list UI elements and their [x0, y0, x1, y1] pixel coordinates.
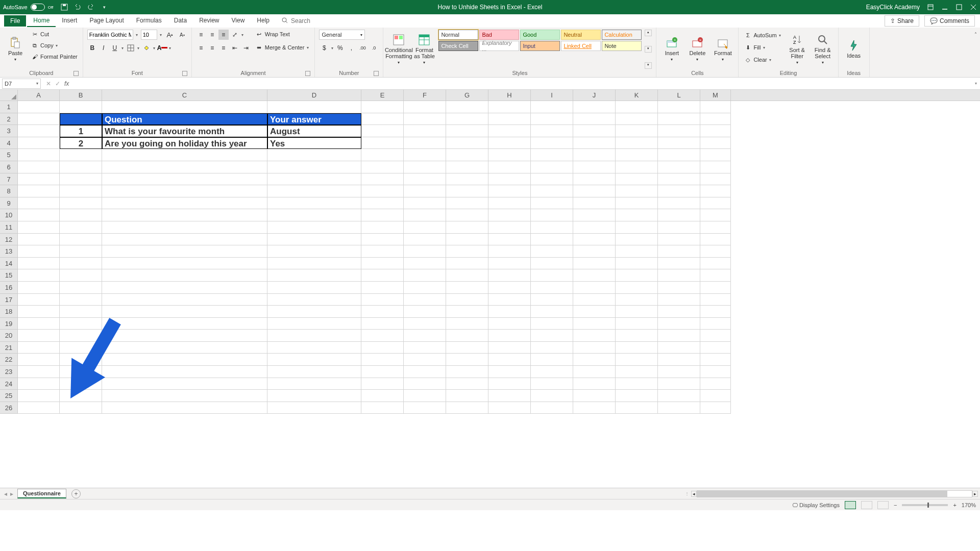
cell[interactable] — [573, 318, 616, 330]
row-header[interactable]: 4 — [0, 137, 18, 149]
cell[interactable] — [60, 234, 102, 246]
cell[interactable] — [446, 185, 488, 197]
row-header[interactable]: 17 — [0, 294, 18, 306]
dialog-launcher-icon[interactable] — [305, 71, 310, 76]
cell[interactable] — [404, 306, 446, 318]
cell[interactable] — [658, 294, 700, 306]
wrap-text-button[interactable]: ↩Wrap Text — [254, 30, 311, 39]
cell[interactable]: Question — [102, 113, 267, 126]
chevron-down-icon[interactable]: ▾ — [168, 43, 172, 53]
cancel-icon[interactable]: ✕ — [46, 80, 51, 87]
cell[interactable] — [446, 342, 488, 354]
spreadsheet-grid[interactable]: ABCDEFGHIJKLM 12QuestionYour answer31Wha… — [0, 90, 980, 488]
cell[interactable] — [361, 330, 404, 342]
cell[interactable] — [446, 149, 488, 161]
close-icon[interactable] — [970, 4, 977, 11]
tell-me-search[interactable] — [282, 17, 352, 25]
row-header[interactable]: 9 — [0, 197, 18, 210]
cell[interactable] — [573, 294, 616, 306]
cell[interactable] — [658, 269, 700, 282]
currency-icon[interactable]: $ — [319, 43, 329, 53]
cell[interactable] — [404, 185, 446, 197]
cell[interactable] — [361, 101, 404, 113]
cell[interactable] — [446, 294, 488, 306]
cell[interactable] — [102, 330, 267, 342]
cell[interactable] — [573, 306, 616, 318]
cell[interactable] — [60, 209, 102, 221]
cell[interactable] — [446, 173, 488, 186]
minimize-icon[interactable] — [941, 4, 948, 11]
cell[interactable] — [60, 173, 102, 186]
cell[interactable] — [18, 173, 60, 186]
column-header[interactable]: B — [60, 90, 102, 101]
cell[interactable] — [488, 294, 531, 306]
cell[interactable] — [404, 378, 446, 390]
cell[interactable]: 2 — [60, 137, 102, 149]
cell[interactable] — [404, 173, 446, 186]
cell[interactable] — [18, 125, 60, 137]
fill-button[interactable]: ⬇Fill▾ — [743, 42, 782, 53]
column-header[interactable]: D — [267, 90, 361, 101]
cell[interactable] — [616, 318, 658, 330]
cell[interactable] — [488, 378, 531, 390]
cell[interactable] — [446, 221, 488, 234]
row-header[interactable]: 24 — [0, 378, 18, 390]
cell[interactable] — [658, 318, 700, 330]
cell[interactable] — [531, 402, 573, 414]
find-select-button[interactable]: Find & Select▾ — [812, 30, 834, 69]
chevron-down-icon[interactable]: ▾ — [137, 43, 140, 53]
cell[interactable] — [446, 197, 488, 210]
cell[interactable] — [361, 354, 404, 366]
cell[interactable] — [18, 354, 60, 366]
cell[interactable] — [488, 366, 531, 378]
cell[interactable] — [60, 149, 102, 161]
cell[interactable] — [531, 161, 573, 173]
save-icon[interactable] — [60, 3, 68, 11]
cell-style-normal[interactable]: Normal — [438, 30, 478, 40]
row-header[interactable]: 23 — [0, 366, 18, 378]
cell[interactable] — [404, 318, 446, 330]
cell[interactable] — [573, 269, 616, 282]
cell[interactable] — [488, 330, 531, 342]
row-header[interactable]: 11 — [0, 221, 18, 234]
cell[interactable] — [102, 390, 267, 402]
cell[interactable] — [267, 378, 361, 390]
cell[interactable] — [361, 161, 404, 173]
cell[interactable] — [658, 209, 700, 221]
cell[interactable] — [531, 113, 573, 126]
cell[interactable] — [700, 269, 731, 282]
cell[interactable] — [488, 197, 531, 210]
font-size-input[interactable] — [141, 30, 157, 40]
row-header[interactable]: 7 — [0, 173, 18, 186]
cell[interactable] — [18, 306, 60, 318]
cell[interactable] — [488, 113, 531, 126]
cell[interactable] — [267, 282, 361, 294]
align-right-icon[interactable]: ≡ — [218, 43, 229, 53]
increase-indent-icon[interactable]: ⇥ — [241, 43, 251, 53]
cell[interactable] — [404, 258, 446, 270]
cell[interactable]: 1 — [60, 125, 102, 137]
cell[interactable] — [658, 234, 700, 246]
increase-decimal-icon[interactable]: .00 — [357, 43, 368, 53]
cell[interactable] — [361, 185, 404, 197]
cell[interactable] — [700, 161, 731, 173]
row-header[interactable]: 8 — [0, 185, 18, 197]
cell[interactable] — [700, 137, 731, 149]
cell[interactable] — [60, 245, 102, 258]
cell[interactable] — [658, 330, 700, 342]
cell[interactable] — [102, 149, 267, 161]
cell[interactable] — [361, 209, 404, 221]
cell[interactable] — [616, 378, 658, 390]
cell[interactable] — [267, 101, 361, 113]
cell[interactable] — [573, 221, 616, 234]
align-left-icon[interactable]: ≡ — [196, 43, 206, 53]
row-header[interactable]: 22 — [0, 354, 18, 366]
cell[interactable]: Your answer — [267, 113, 361, 126]
cell[interactable] — [488, 173, 531, 186]
cell[interactable] — [531, 209, 573, 221]
cell[interactable] — [700, 113, 731, 126]
copy-button[interactable]: ⧉Copy▾ — [30, 40, 79, 51]
cell[interactable] — [573, 282, 616, 294]
cell[interactable] — [531, 330, 573, 342]
add-sheet-button[interactable]: + — [71, 489, 81, 498]
